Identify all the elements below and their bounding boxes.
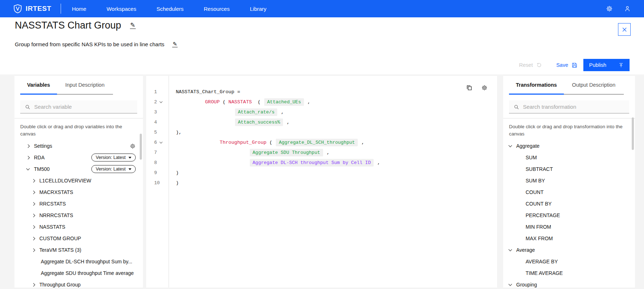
nav-item-schedulers[interactable]: Schedulers: [156, 6, 183, 12]
settings-gear-icon[interactable]: [130, 143, 136, 149]
chevron-down-icon[interactable]: [509, 144, 512, 147]
search-icon: [25, 104, 30, 110]
tree-item-tm500[interactable]: TM500 Version: Latest: [14, 163, 143, 175]
tree-item-nasstats[interactable]: NASSTATS: [14, 221, 143, 233]
tree-item-macrxstats[interactable]: MACRXSTATS: [14, 186, 143, 198]
tree-item-teravm-stats[interactable]: TeraVM STATS (3): [14, 244, 143, 256]
tree-item-throughput-group[interactable]: Throughput Group: [14, 279, 143, 289]
tree-item-l1celldloverview[interactable]: L1CELLDLOVERVIEW: [14, 175, 143, 186]
tab-output-description[interactable]: Output Description: [564, 76, 624, 95]
tree-item-label: NRRRCSTATS: [39, 212, 73, 218]
transformations-panel: Transformations Output Description Doubl…: [503, 76, 635, 288]
chevron-right-icon[interactable]: [32, 225, 35, 229]
save-button[interactable]: Save: [556, 62, 578, 68]
version-select[interactable]: Version: Latest: [91, 154, 136, 161]
app-logo[interactable]: IRTEST: [13, 4, 51, 13]
tree-item-settings[interactable]: Settings: [14, 140, 143, 152]
variable-pill[interactable]: Aggregate_DL_SCH_throughput: [276, 139, 358, 146]
transformation-search-input[interactable]: [523, 104, 625, 110]
transform-item-time-average[interactable]: TIME AVERAGE: [503, 267, 635, 279]
nav-item-resources[interactable]: Resources: [204, 6, 230, 12]
transform-group-aggregate[interactable]: Aggregate: [503, 140, 635, 152]
line-number: 10: [146, 180, 160, 186]
transform-item-max-from[interactable]: MAX FROM: [503, 233, 635, 244]
edit-title-icon[interactable]: ✎: [130, 22, 136, 29]
tree-item-label: RRCSTATS: [39, 201, 66, 207]
user-profile-icon[interactable]: [624, 5, 631, 12]
variable-search-input[interactable]: [34, 104, 132, 110]
app-root: IRTEST Home Workspaces Schedulers Resour…: [0, 0, 644, 289]
transform-item-count-by[interactable]: COUNT BY: [503, 198, 635, 210]
version-select[interactable]: Version: Latest: [91, 165, 136, 173]
chevron-right-icon[interactable]: [32, 213, 35, 217]
transform-group-grouping[interactable]: Grouping: [503, 279, 635, 289]
close-icon: [622, 27, 627, 32]
variable-pill[interactable]: Aggregate SDU Throughput: [250, 149, 323, 156]
code-line-9: 9 ): [146, 168, 497, 178]
nav-item-home[interactable]: Home: [72, 6, 86, 12]
tab-input-description[interactable]: Input Description: [57, 76, 113, 95]
settings-gear-icon[interactable]: [606, 5, 613, 12]
fold-chevron-icon[interactable]: [160, 141, 162, 143]
search-icon: [514, 104, 519, 110]
nav-item-library[interactable]: Library: [250, 6, 266, 12]
variable-pill[interactable]: Attach_rate/s: [235, 108, 277, 116]
scrollbar-thumb[interactable]: [140, 134, 142, 160]
publish-button[interactable]: Publish: [583, 59, 630, 71]
transform-group-average[interactable]: Average: [503, 244, 635, 256]
transform-item-label: MAX FROM: [526, 236, 553, 241]
chevron-right-icon[interactable]: [32, 202, 35, 206]
transform-item-label: AVERAGE BY: [526, 259, 558, 264]
code-text: (: [220, 99, 229, 105]
chevron-right-icon[interactable]: [26, 144, 30, 148]
version-label: Version: Latest: [96, 167, 126, 172]
line-number: 8: [146, 160, 160, 165]
chevron-down-icon[interactable]: [26, 167, 30, 171]
transformation-search: [509, 100, 629, 113]
code-text: ,: [305, 99, 310, 105]
edit-description-icon[interactable]: ✎: [172, 41, 178, 47]
code-line-2: 2 GROUP ( NASSTATS ( Attached_UEs ,: [146, 97, 497, 107]
transform-item-average-by[interactable]: AVERAGE BY: [503, 256, 635, 267]
transform-item-min-from[interactable]: MIN FROM: [503, 221, 635, 233]
code-area[interactable]: 1 NASSTATS_Chart_Group = 2 GROUP ( NASST…: [146, 87, 497, 188]
tree-item-rrcstats[interactable]: RRCSTATS: [14, 198, 143, 210]
save-floppy-icon: [571, 62, 578, 68]
transform-item-label: COUNT: [526, 189, 544, 195]
reset-button[interactable]: Reset: [519, 62, 542, 68]
tree-item-nrrrcstats[interactable]: NRRRCSTATS: [14, 210, 143, 221]
tree-item-aggregate-dlsch-sum[interactable]: Aggregate DL-SCH throughput Sum by...: [14, 256, 143, 267]
tree-item-rda[interactable]: RDA Version: Latest: [14, 152, 143, 163]
code-text: (: [252, 99, 264, 105]
chevron-right-icon[interactable]: [32, 179, 35, 182]
transform-item-count[interactable]: COUNT: [503, 186, 635, 198]
variable-pill[interactable]: Attach_success%: [235, 118, 283, 126]
chevron-right-icon[interactable]: [32, 237, 35, 240]
scrollbar-thumb[interactable]: [632, 117, 634, 150]
tree-item-label: L1CELLDLOVERVIEW: [39, 178, 91, 184]
close-button[interactable]: [618, 23, 631, 36]
transform-item-sum-by[interactable]: SUM BY: [503, 175, 635, 186]
chevron-right-icon[interactable]: [32, 248, 35, 252]
tree-item-custom-group[interactable]: CUSTOM GROUP: [14, 233, 143, 244]
chevron-down-icon[interactable]: [509, 248, 512, 251]
chevron-right-icon[interactable]: [32, 190, 35, 194]
fold-chevron-icon[interactable]: [160, 100, 162, 103]
tab-variables[interactable]: Variables: [20, 76, 57, 95]
chevron-down-icon[interactable]: [509, 282, 512, 286]
transform-item-sum[interactable]: SUM: [503, 152, 635, 163]
transform-item-label: MIN FROM: [526, 224, 551, 230]
transform-item-percentage[interactable]: PERCENTAGE: [503, 210, 635, 221]
line-number: 2: [146, 99, 160, 105]
chevron-right-icon[interactable]: [26, 156, 30, 159]
chevron-right-icon[interactable]: [32, 283, 35, 286]
tab-transformations[interactable]: Transformations: [509, 76, 564, 95]
tree-item-aggregate-sdu-avg[interactable]: Aggregate SDU throughput Time average: [14, 267, 143, 279]
variable-pill[interactable]: Attached_UEs: [264, 98, 304, 106]
variable-pill[interactable]: Aggregate DL-SCH throughput Sum by Cell …: [250, 159, 374, 167]
transform-item-subtract[interactable]: SUBTRACT: [503, 163, 635, 175]
nav-item-workspaces[interactable]: Workspaces: [106, 6, 136, 12]
navbar-right: [606, 5, 631, 12]
tree-item-label: Throughput Group: [39, 282, 80, 288]
line-number: 1: [146, 89, 160, 95]
